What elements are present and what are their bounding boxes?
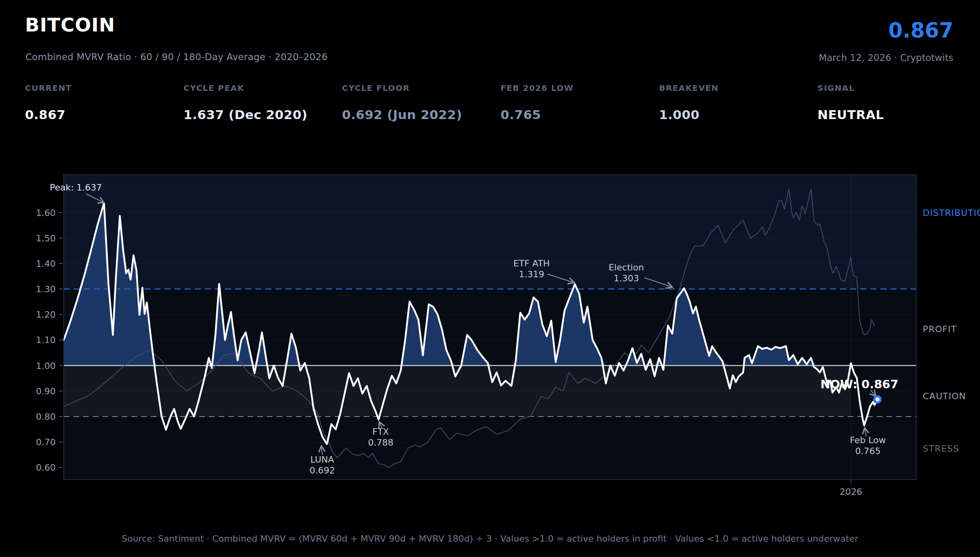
- current-value-large: 0.867: [888, 20, 953, 41]
- stat-feb-2026-low: FEB 2026 LOW0.765: [500, 83, 654, 122]
- y-tick-label: 0.70: [36, 437, 56, 447]
- svg-text:0.765: 0.765: [855, 446, 881, 456]
- stat-current: CURRENT0.867: [25, 83, 178, 122]
- svg-text:Peak: 1.637: Peak: 1.637: [50, 182, 102, 193]
- y-tick-label: 1.20: [36, 310, 56, 320]
- stat-label: SIGNAL: [817, 83, 971, 93]
- svg-text:FTX: FTX: [373, 427, 389, 437]
- stat-label: CYCLE PEAK: [183, 83, 337, 93]
- y-tick-label: 1.60: [36, 208, 56, 218]
- zone-label-profit: PROFIT: [923, 324, 957, 334]
- stat-value: 0.692 (Jun 2022): [342, 107, 495, 122]
- svg-text:NOW: 0.867: NOW: 0.867: [820, 377, 898, 391]
- svg-text:1.303: 1.303: [614, 273, 639, 283]
- svg-text:1.319: 1.319: [519, 269, 544, 279]
- zone-label-distribution: DISTRIBUTION: [923, 208, 980, 218]
- y-tick-label: 1.40: [36, 259, 56, 269]
- svg-text:Feb Low: Feb Low: [850, 435, 886, 445]
- stat-cycle-floor: CYCLE FLOOR0.692 (Jun 2022): [342, 83, 495, 122]
- y-tick-label: 0.90: [36, 386, 56, 396]
- zone-label-caution: CAUTION: [923, 391, 966, 401]
- stat-value: NEUTRAL: [817, 107, 971, 122]
- stat-label: BREAKEVEN: [659, 83, 812, 93]
- stat-signal: SIGNALNEUTRAL: [817, 83, 971, 122]
- y-tick-label: 1.00: [36, 361, 56, 371]
- stat-value: 1.000: [659, 107, 812, 122]
- y-tick-label: 0.80: [36, 412, 56, 422]
- x-tick-label: 2026: [840, 487, 862, 497]
- footer-note: Source: Santiment · Combined MVRV = (MVR…: [0, 534, 980, 544]
- now-marker-center: [876, 398, 880, 402]
- date-source-line: March 12, 2026 · Cryptotwits: [819, 52, 953, 63]
- stat-label: CURRENT: [25, 83, 178, 93]
- y-tick-label: 1.30: [36, 284, 56, 294]
- stat-label: FEB 2026 LOW: [500, 83, 654, 93]
- stat-value: 1.637 (Dec 2020): [183, 107, 337, 122]
- stat-value: 0.867: [25, 107, 178, 122]
- svg-text:ETF ATH: ETF ATH: [513, 258, 550, 268]
- svg-text:0.788: 0.788: [368, 438, 394, 448]
- svg-text:0.692: 0.692: [310, 465, 335, 475]
- stat-breakeven: BREAKEVEN1.000: [659, 83, 812, 122]
- y-tick-label: 1.10: [36, 335, 56, 345]
- page-title: BITCOIN: [25, 14, 115, 36]
- svg-text:Election: Election: [609, 262, 644, 272]
- y-tick-label: 0.60: [36, 463, 56, 473]
- y-tick-label: 1.50: [36, 233, 56, 243]
- stat-label: CYCLE FLOOR: [342, 83, 495, 93]
- stat-value: 0.765: [500, 107, 654, 122]
- chart-subtitle: Combined MVRV Ratio · 60 / 90 / 180-Day …: [25, 52, 327, 62]
- zone-label-stress: STRESS: [923, 444, 959, 454]
- stat-cycle-peak: CYCLE PEAK1.637 (Dec 2020): [183, 83, 337, 122]
- svg-text:LUNA: LUNA: [311, 454, 334, 465]
